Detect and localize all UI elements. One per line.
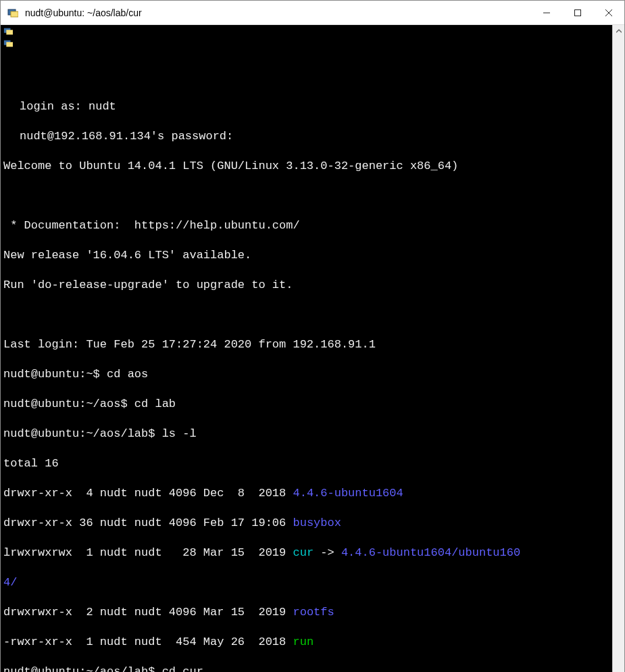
prompt: nudt@ubuntu:~/aos/lab$ bbox=[3, 665, 162, 672]
window-title: nudt@ubuntu: ~/aos/lab/cur bbox=[25, 7, 142, 18]
svg-rect-3 bbox=[575, 9, 581, 16]
prompt: nudt@ubuntu:~/aos$ bbox=[3, 398, 134, 410]
cmd: cd lab bbox=[134, 398, 176, 410]
ls-entry-name: rootfs bbox=[293, 606, 334, 619]
content-area: login as: nudt nudt@192.168.91.134's pas… bbox=[1, 25, 624, 672]
ls-link-target: 4.4.6-ubuntu1604/ubuntu160 bbox=[341, 546, 520, 559]
scrollbar[interactable] bbox=[612, 25, 624, 672]
ls-entry-perm: drwxr-xr-x 36 nudt nudt 4096 Feb 17 19:0… bbox=[3, 517, 293, 529]
ls-entry-perm: drwxrwxr-x 2 nudt nudt 4096 Mar 15 2019 bbox=[3, 606, 293, 619]
svg-rect-9 bbox=[6, 42, 13, 47]
putty-app-icon bbox=[6, 6, 20, 20]
login-prompt: login as: nudt bbox=[20, 100, 116, 113]
session-icon bbox=[2, 37, 14, 49]
new-release-line: New release '16.04.6 LTS' available. bbox=[3, 249, 251, 262]
session-icon bbox=[2, 25, 14, 37]
ls-entry-perm: drwxr-xr-x 4 nudt nudt 4096 Dec 8 2018 bbox=[3, 487, 293, 500]
terminal-output: login as: nudt nudt@192.168.91.134's pas… bbox=[1, 85, 612, 672]
last-login-line: Last login: Tue Feb 25 17:27:24 2020 fro… bbox=[3, 338, 376, 351]
ls-entry-perm: -rwxr-xr-x 1 nudt nudt 454 May 26 2018 bbox=[3, 635, 293, 648]
scroll-track[interactable] bbox=[613, 37, 624, 672]
maximize-button[interactable] bbox=[562, 1, 593, 25]
upgrade-hint-line: Run 'do-release-upgrade' to upgrade to i… bbox=[3, 279, 293, 291]
svg-rect-7 bbox=[6, 30, 13, 34]
ls-arrow: -> bbox=[314, 546, 341, 559]
minimize-button[interactable] bbox=[531, 1, 562, 25]
putty-window: nudt@ubuntu: ~/aos/lab/cur login as: nud… bbox=[0, 0, 625, 672]
titlebar[interactable]: nudt@ubuntu: ~/aos/lab/cur bbox=[1, 1, 624, 25]
doc-line: * Documentation: https://help.ubuntu.com… bbox=[3, 219, 300, 232]
cmd: cd cur bbox=[162, 665, 203, 672]
ls-link-target-cont: 4/ bbox=[3, 576, 17, 589]
svg-rect-1 bbox=[11, 11, 18, 17]
ls-total: total 16 bbox=[3, 457, 59, 470]
cmd: cd aos bbox=[107, 368, 148, 381]
ls-entry-name: cur bbox=[293, 546, 314, 559]
terminal[interactable]: login as: nudt nudt@192.168.91.134's pas… bbox=[1, 25, 624, 672]
ls-entry-name: run bbox=[293, 635, 314, 648]
prompt: nudt@ubuntu:~/aos/lab$ bbox=[3, 427, 162, 440]
session-icons bbox=[2, 25, 14, 49]
ls-entry-perm: lrwxrwxrwx 1 nudt nudt 28 Mar 15 2019 bbox=[3, 546, 293, 559]
ls-entry-name: busybox bbox=[293, 517, 341, 529]
welcome-line: Welcome to Ubuntu 14.04.1 LTS (GNU/Linux… bbox=[3, 160, 458, 172]
prompt: nudt@ubuntu:~$ bbox=[3, 368, 107, 381]
cmd: ls -l bbox=[162, 427, 197, 440]
close-button[interactable] bbox=[593, 1, 624, 25]
scroll-up-icon[interactable] bbox=[613, 25, 625, 37]
password-prompt: nudt@192.168.91.134's password: bbox=[20, 130, 233, 143]
ls-entry-name: 4.4.6-ubuntu1604 bbox=[293, 487, 403, 500]
